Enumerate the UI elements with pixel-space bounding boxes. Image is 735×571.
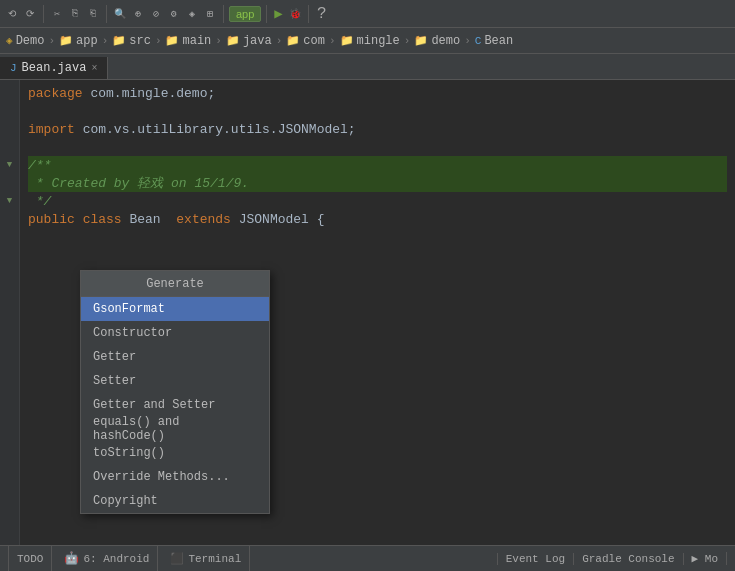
breadcrumb-bean-label: Bean [484,34,513,48]
tab-icon: J [10,62,17,74]
context-menu-title: Generate [81,271,269,297]
code-area: package com.mingle.demo; import com.vs.u… [20,80,735,545]
kw-class: class [83,212,122,227]
folder-icon-mingle: 📁 [340,34,354,47]
toolbar-icon-6[interactable]: 🔍 [112,6,128,22]
code-line-7: */ [28,192,727,210]
class-name: Bean [129,212,160,227]
status-event-log[interactable]: Event Log [497,553,574,565]
gutter-8 [0,210,19,228]
toolbar-icon-2[interactable]: ⟳ [22,6,38,22]
fold-arrow[interactable]: ▼ [7,160,12,170]
gutter-2 [0,102,19,120]
toolbar: ⟲ ⟳ ✂ ⎘ ⎗ 🔍 ⊕ ⊘ ⚙ ◈ ⊞ app ▶ 🐞 ? [0,0,735,28]
sep-3: › [215,35,222,47]
menu-item-gsonformat[interactable]: GsonFormat [81,297,269,321]
breadcrumb-mingle[interactable]: 📁 mingle [340,34,400,48]
toolbar-icon-extra[interactable]: ? [314,6,330,22]
toolbar-icon-4[interactable]: ⎘ [67,6,83,22]
folder-icon-src: 📁 [112,34,126,47]
menu-item-constructor[interactable]: Constructor [81,321,269,345]
gutter-1 [0,84,19,102]
breadcrumb-app[interactable]: 📁 app [59,34,98,48]
code-line-8: public class Bean extends JSONModel { [28,210,727,228]
toolbar-icon-8[interactable]: ⊘ [148,6,164,22]
code-line-3: import com.vs.utilLibrary.utils.JSONMode… [28,120,727,138]
toolbar-icon-3[interactable]: ✂ [49,6,65,22]
gutter-3 [0,120,19,138]
app-config-button[interactable]: app [229,6,261,22]
code-line-2 [28,102,727,120]
breadcrumb-java[interactable]: 📁 java [226,34,272,48]
status-todo[interactable]: TODO [8,546,52,571]
kw-extends: extends [176,212,231,227]
menu-item-equals-hashcode[interactable]: equals() and hashCode() [81,417,269,441]
mo-label: ▶ Mo [692,552,718,565]
breadcrumb-bean[interactable]: C Bean [475,34,513,48]
breadcrumb-mingle-label: mingle [357,34,400,48]
tab-bean-java[interactable]: J Bean.java × [0,57,108,79]
context-menu: Generate GsonFormat Constructor Getter S… [80,270,270,514]
toolbar-icon-11[interactable]: ⊞ [202,6,218,22]
breadcrumb-src-label: src [129,34,151,48]
debug-button[interactable]: 🐞 [287,6,303,22]
breadcrumb-com-label: com [303,34,325,48]
breadcrumb-main[interactable]: 📁 main [165,34,211,48]
status-bar: TODO 🤖 6: Android ⬛ Terminal Event Log G… [0,545,735,571]
breadcrumb-demo[interactable]: ◈ Demo [6,34,44,48]
sep-4: › [276,35,283,47]
fold-arrow-2[interactable]: ▼ [7,196,12,206]
toolbar-icon-1[interactable]: ⟲ [4,6,20,22]
project-icon: ◈ [6,34,13,47]
toolbar-icon-5[interactable]: ⎗ [85,6,101,22]
sep-6: › [404,35,411,47]
kw-import: import [28,122,75,137]
code-line-1: package com.mingle.demo; [28,84,727,102]
run-button[interactable]: ▶ [272,5,284,22]
code-line-5: /** [28,156,727,174]
gutter-7: ▼ [0,192,19,210]
tab-close-button[interactable]: × [91,63,97,74]
menu-item-getter[interactable]: Getter [81,345,269,369]
terminal-label: Terminal [188,553,241,565]
folder-icon-com: 📁 [286,34,300,47]
comment-end: */ [28,194,51,209]
breadcrumb: ◈ Demo › 📁 app › 📁 src › 📁 main › 📁 java… [0,28,735,54]
open-brace: { [317,212,325,227]
todo-label: TODO [17,553,43,565]
status-terminal[interactable]: ⬛ Terminal [162,546,250,571]
toolbar-sep-1 [43,5,44,23]
breadcrumb-demo-folder-label: demo [431,34,460,48]
sep-7: › [464,35,471,47]
menu-item-copyright[interactable]: Copyright [81,489,269,513]
toolbar-icon-7[interactable]: ⊕ [130,6,146,22]
comment-body: * Created by 轻戏 on 15/1/9. [28,174,249,192]
toolbar-icon-10[interactable]: ◈ [184,6,200,22]
tab-label: Bean.java [22,61,87,75]
menu-item-setter[interactable]: Setter [81,369,269,393]
status-gradle-console[interactable]: Gradle Console [574,553,683,565]
class-icon: C [475,35,482,47]
gutter-4 [0,138,19,156]
folder-icon-java: 📁 [226,34,240,47]
code-line-4 [28,138,727,156]
breadcrumb-demo-folder[interactable]: 📁 demo [414,34,460,48]
sep-5: › [329,35,336,47]
tab-bar: J Bean.java × [0,54,735,80]
editor: ▼ ▼ package com.mingle.demo; import com.… [0,80,735,545]
breadcrumb-com[interactable]: 📁 com [286,34,325,48]
android-label: 6: Android [83,553,149,565]
status-mo[interactable]: ▶ Mo [684,552,727,565]
breadcrumb-java-label: java [243,34,272,48]
sep-0: › [48,35,55,47]
breadcrumb-src[interactable]: 📁 src [112,34,151,48]
event-log-label: Event Log [506,553,565,565]
status-android[interactable]: 🤖 6: Android [56,546,158,571]
folder-icon-demo: 📁 [414,34,428,47]
toolbar-icon-9[interactable]: ⚙ [166,6,182,22]
gradle-console-label: Gradle Console [582,553,674,565]
breadcrumb-app-label: app [76,34,98,48]
menu-item-tostring[interactable]: toString() [81,441,269,465]
menu-item-getter-setter[interactable]: Getter and Setter [81,393,269,417]
menu-item-override-methods[interactable]: Override Methods... [81,465,269,489]
